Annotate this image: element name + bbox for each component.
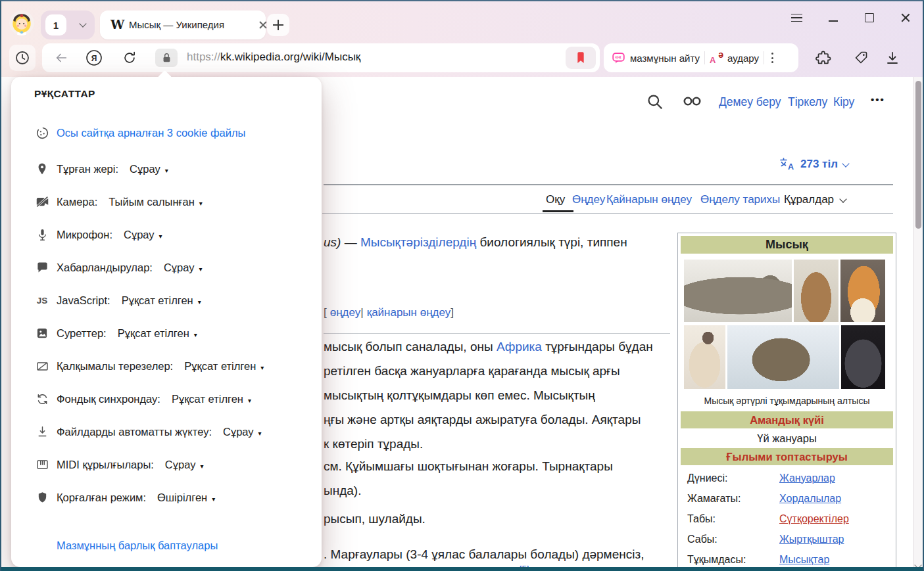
wiki-appearance-button[interactable] bbox=[683, 95, 702, 107]
reload-icon bbox=[122, 51, 137, 65]
image-icon bbox=[34, 325, 50, 341]
permission-value-dropdown[interactable]: Өшірілген▾ bbox=[153, 491, 215, 504]
browser-window: 1 W Мысық — Уикипедия bbox=[0, 0, 924, 571]
downloads-button[interactable] bbox=[881, 47, 904, 69]
status-value: Үй жануары bbox=[681, 428, 893, 448]
dropdown-caret-icon: ▾ bbox=[198, 298, 201, 306]
africa-link[interactable]: Африка bbox=[497, 340, 542, 354]
dropdown-caret-icon: ▾ bbox=[212, 495, 215, 503]
scrollbar-thumb[interactable] bbox=[915, 81, 921, 229]
window-minimize-button[interactable] bbox=[822, 7, 844, 29]
permission-value: Сұрау bbox=[124, 229, 155, 240]
cat-photo-tabby-lying[interactable] bbox=[684, 260, 792, 322]
cat-photo-abyssinian[interactable] bbox=[794, 260, 839, 322]
permission-value-dropdown[interactable]: Рұқсат етілген▾ bbox=[113, 327, 197, 340]
cat-photo-tabby-snow[interactable] bbox=[727, 325, 839, 389]
paragraph-line: рысып, шулайды. bbox=[324, 512, 426, 526]
clock-icon bbox=[14, 50, 30, 66]
permission-row-notifications: Хабарландырулар: Сұрау▾ bbox=[34, 259, 203, 276]
permission-label: Фондық синхрондау: bbox=[57, 393, 160, 405]
permission-value: Өшірілген bbox=[157, 491, 207, 503]
permission-value-dropdown[interactable]: Сұрау▾ bbox=[125, 163, 168, 175]
permission-label: Микрофон: bbox=[57, 229, 112, 241]
permission-value-dropdown[interactable]: Рұқсат етілген▾ bbox=[180, 360, 264, 373]
permission-value-dropdown[interactable]: Сұрау▾ bbox=[159, 262, 203, 274]
wiki-more-button[interactable]: ••• bbox=[871, 94, 885, 105]
taxobox: Мысық Мысық әртүрлі тұқымдарының алтысы … bbox=[677, 233, 896, 571]
back-button[interactable] bbox=[53, 49, 70, 66]
window-menu-button[interactable] bbox=[785, 7, 808, 29]
permission-row-javascript: JS JavaScript: Рұқсат етілген▾ bbox=[34, 292, 201, 309]
permission-value: Рұқсат етілген bbox=[172, 393, 243, 405]
permission-value: Сұрау bbox=[164, 262, 195, 273]
window-maximize-button[interactable] bbox=[858, 7, 881, 29]
permission-value: Рұқсат етілген bbox=[122, 294, 193, 306]
divider bbox=[704, 51, 705, 64]
phylum-link[interactable]: Хордалылар bbox=[779, 493, 841, 505]
tab-history[interactable]: Өңделу тарихы bbox=[700, 193, 780, 206]
wiki-login-link[interactable]: Кіру bbox=[833, 95, 854, 109]
yandex-search-button[interactable]: Я bbox=[85, 49, 103, 66]
url-text[interactable]: https://kk.wikipedia.org/wiki/Мысық bbox=[187, 51, 360, 64]
permission-value-dropdown[interactable]: Сұрау▾ bbox=[160, 459, 204, 471]
paragraph-line: к көтеріп тұрады. bbox=[324, 437, 423, 451]
glasses-icon bbox=[683, 95, 702, 107]
location-pin-icon bbox=[34, 161, 50, 177]
wiki-donate-link[interactable]: Демеу беру bbox=[719, 95, 781, 109]
all-content-settings-link[interactable]: Мазмұнның барлық баптаулары bbox=[57, 539, 218, 551]
pill-more-button[interactable] bbox=[769, 52, 776, 64]
tab-edit-source[interactable]: Қайнарын өңдеу bbox=[606, 193, 692, 206]
address-bar[interactable]: Я https://kk.wikipedia.org/wiki/Мысық bbox=[42, 43, 600, 72]
class-redlink[interactable]: Сүтқоректілер bbox=[779, 513, 849, 525]
permission-row-midi: MIDI құрылғылары: Сұрау▾ bbox=[34, 456, 203, 473]
tab-group-button[interactable]: 1 bbox=[41, 11, 95, 39]
site-permissions-lock-button[interactable] bbox=[155, 49, 178, 67]
panel-title: РҰҚСАТТАР bbox=[34, 88, 95, 100]
extensions-button[interactable] bbox=[812, 47, 835, 69]
order-link[interactable]: Жыртқыштар bbox=[779, 534, 844, 545]
tab-read[interactable]: Оқу bbox=[546, 193, 565, 206]
tab-tools[interactable]: Құралдар bbox=[784, 193, 846, 206]
paragraph-line: ында). bbox=[324, 484, 361, 498]
family-link[interactable]: Мысықтар bbox=[779, 554, 829, 566]
permission-label: JavaScript: bbox=[57, 294, 110, 307]
permission-value-dropdown[interactable]: Рұқсат етілген▾ bbox=[167, 393, 251, 405]
translate-button[interactable]: аудару bbox=[710, 51, 759, 65]
wiki-search-button[interactable] bbox=[646, 93, 664, 110]
collections-button[interactable] bbox=[850, 47, 872, 69]
wiki-language-button[interactable]: A 273 тіл bbox=[779, 157, 848, 171]
notification-bubble-icon bbox=[34, 260, 50, 275]
felidae-link[interactable]: Мысықтәрізділердің bbox=[360, 235, 476, 249]
cat-photo-gray[interactable] bbox=[841, 325, 885, 389]
page-actions-pill: «« мазмұнын айту аудару bbox=[604, 43, 798, 72]
permission-value-dropdown[interactable]: Сұрау▾ bbox=[218, 426, 262, 438]
dropdown-caret-icon: ▾ bbox=[165, 167, 168, 174]
cookies-link[interactable]: Осы сайтқа арналған 3 cookie файлы bbox=[57, 127, 245, 139]
taxonomy-row: Дүниесі:Жануарлар bbox=[681, 468, 893, 488]
window-close-button[interactable] bbox=[894, 7, 917, 29]
auto-download-icon bbox=[34, 424, 50, 440]
read-aloud-button[interactable]: «« мазмұнын айту bbox=[612, 51, 700, 65]
camera-off-icon bbox=[34, 194, 50, 210]
permission-value-dropdown[interactable]: Сұрау▾ bbox=[119, 229, 162, 241]
divider bbox=[764, 51, 764, 64]
tab-edit[interactable]: Өңдеу bbox=[572, 193, 605, 206]
history-button[interactable] bbox=[9, 45, 36, 71]
kingdom-link[interactable]: Жануарлар bbox=[779, 472, 835, 484]
bookmark-button[interactable] bbox=[566, 47, 596, 69]
wiki-register-link[interactable]: Тіркелу bbox=[788, 95, 827, 109]
user-avatar[interactable] bbox=[9, 11, 34, 35]
content-settings-footer: Мазмұнның барлық баптаулары bbox=[57, 539, 218, 552]
cat-photo-ginger-white[interactable] bbox=[840, 260, 885, 322]
new-tab-button[interactable] bbox=[267, 14, 289, 36]
permission-value-dropdown[interactable]: Тыйым салынған▾ bbox=[104, 196, 203, 208]
active-tab[interactable]: W Мысық — Уикипедия bbox=[100, 11, 266, 39]
section-edit-source-link[interactable]: қайнарын өңдеу bbox=[367, 306, 451, 319]
page-scrollbar[interactable] bbox=[913, 77, 923, 571]
taxonomy-label: Дүниесі: bbox=[681, 472, 779, 484]
reload-button[interactable] bbox=[121, 49, 138, 66]
section-edit-link[interactable]: өңдеу bbox=[330, 306, 361, 319]
permission-value-dropdown[interactable]: Рұқсат етілген▾ bbox=[117, 294, 201, 307]
paragraph-line: ретілген басқа жануарларға қарағанда мыс… bbox=[324, 364, 620, 378]
cat-photo-siamese[interactable] bbox=[684, 325, 725, 389]
